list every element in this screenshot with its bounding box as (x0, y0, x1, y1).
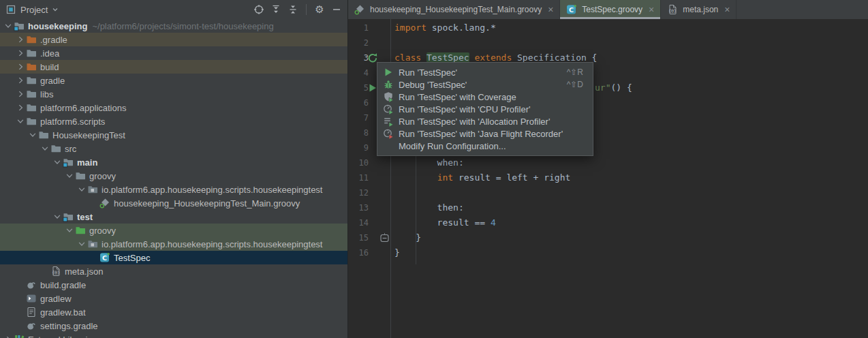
menu-item-debug-testspec[interactable]: Debug 'TestSpec'^⇧D (377, 78, 593, 91)
folder-icon (75, 170, 87, 181)
menu-item-label: Modify Run Configuration... (399, 141, 583, 151)
tree-item-label: main (77, 157, 97, 168)
tree-item-label: test (77, 212, 93, 222)
chevron-right-icon[interactable] (15, 49, 26, 57)
menu-item-run-testspec[interactable]: Run 'TestSpec'^⇧R (377, 66, 593, 78)
svg-text:C: C (102, 254, 107, 262)
tree-item-idea[interactable]: .idea (0, 46, 347, 60)
collapse-all-icon[interactable] (288, 4, 298, 15)
tree-item-gradle[interactable]: gradle (0, 74, 347, 87)
dropdown-caret-icon[interactable] (52, 4, 59, 15)
code-text: int result = left + right (384, 170, 570, 185)
chevron-right-icon[interactable] (15, 104, 26, 112)
close-tab-icon[interactable]: × (548, 5, 553, 14)
tree-item-platform6-scripts[interactable]: platform6.scripts (0, 114, 347, 128)
code-line-12[interactable]: 12 (348, 185, 868, 200)
tree-item-meta-json[interactable]: {@}meta.json (0, 264, 347, 278)
code-text: import spock.lang.* (384, 20, 496, 35)
tree-item-label: HousekeepingTest (52, 130, 125, 140)
chevron-down-icon[interactable] (52, 158, 63, 166)
tree-item-platform6-applications[interactable]: platform6.applications (0, 101, 347, 114)
menu-item-run-testspec-with-cpu-profiler[interactable]: Run 'TestSpec' with 'CPU Profiler' (377, 103, 593, 115)
chevron-right-icon[interactable] (15, 76, 26, 84)
menu-item-shortcut: ^⇧R (567, 67, 583, 77)
run-context-menu: Run 'TestSpec'^⇧RDebug 'TestSpec'^⇧DRun … (377, 62, 593, 156)
expand-all-icon[interactable] (270, 4, 281, 15)
tree-item-test[interactable]: test (0, 210, 347, 224)
hide-panel-icon[interactable] (331, 4, 342, 15)
tree-item-io-platform6-app-housekeeping-scripts-housekeepingtest[interactable]: io.platform6.app.housekeeping.scripts.ho… (0, 183, 347, 196)
code-line-2[interactable]: 2 (348, 35, 868, 50)
code-line-11[interactable]: 11 int result = left + right (348, 170, 868, 185)
chevron-right-icon[interactable] (15, 90, 26, 98)
coverage-icon (383, 91, 394, 102)
chevron-down-icon[interactable] (52, 213, 63, 221)
shell-file-icon (26, 293, 38, 304)
menu-item-label: Run 'TestSpec' with 'Java Flight Recorde… (399, 129, 583, 139)
project-path: ~/platform6/projects/simont-test/houseke… (92, 21, 273, 31)
project-panel-title[interactable]: Project (20, 5, 48, 15)
editor-tab-testspec-groovy[interactable]: CTestSpec.groovy× (560, 0, 661, 19)
close-tab-icon[interactable]: × (649, 5, 654, 14)
chevron-right-icon[interactable] (3, 335, 14, 338)
tree-item-label: housekeeping_HousekeepingTest_Main.groov… (114, 198, 300, 209)
chevron-down-icon[interactable] (40, 144, 50, 153)
tree-item-io-platform6-app-housekeeping-scripts-housekeepingtest[interactable]: io.platform6.app.housekeeping.scripts.ho… (0, 237, 347, 251)
code-line-14[interactable]: 14 result == 4 (348, 215, 868, 230)
tree-item-housekeeping-housekeepingtest-main-groovy[interactable]: housekeeping_HousekeepingTest_Main.groov… (0, 196, 347, 210)
groovy-class-icon: C (566, 4, 577, 15)
menu-item-spacer (383, 140, 394, 151)
folder-icon (26, 75, 38, 86)
chevron-down-icon[interactable] (64, 172, 75, 180)
tree-item-settings-gradle[interactable]: settings.gradle (0, 319, 347, 333)
chevron-right-icon[interactable] (15, 35, 26, 44)
tree-item-groovy[interactable]: groovy (0, 224, 347, 237)
menu-item-run-testspec-with-allocation-profiler[interactable]: Run 'TestSpec' with 'Allocation Profiler… (377, 115, 593, 127)
code-line-16[interactable]: 16} (348, 245, 868, 260)
menu-item-run-testspec-with-java-flight-recorder[interactable]: Run 'TestSpec' with 'Java Flight Recorde… (377, 127, 593, 140)
menu-item-modify-run-configuration[interactable]: Modify Run Configuration... (377, 140, 593, 152)
chevron-down-icon[interactable] (76, 240, 87, 248)
tree-item-src[interactable]: src (0, 142, 347, 155)
settings-gear-icon[interactable]: ⚙ (314, 4, 325, 15)
profiler-cpu-icon (383, 104, 394, 114)
chevron-down-icon[interactable] (27, 131, 38, 139)
tree-item-gradle[interactable]: .gradle (0, 33, 347, 46)
code-line-15[interactable]: 15 } (348, 230, 868, 245)
code-line-10[interactable]: 10 when: (348, 155, 868, 170)
code-line-1[interactable]: 1import spock.lang.* (348, 20, 868, 35)
project-tool-window: Project ⚙ housekeeping~/platform6/projec… (0, 0, 347, 338)
locate-icon[interactable] (253, 4, 264, 15)
code-text: when: (384, 155, 464, 170)
debug-icon (383, 79, 394, 90)
editor-tab-housekeeping-housekeepingtest-main-groovy[interactable]: housekeeping_HousekeepingTest_Main.groov… (348, 0, 560, 19)
tree-item-gradlew[interactable]: gradlew (0, 292, 347, 305)
folder-excluded-icon (26, 34, 38, 45)
chevron-down-icon[interactable] (76, 185, 87, 194)
code-line-13[interactable]: 13 then: (348, 200, 868, 215)
chevron-right-icon[interactable] (15, 63, 26, 71)
tree-item-housekeeping[interactable]: housekeeping~/platform6/projects/simont-… (0, 19, 347, 33)
editor-tab-meta-json[interactable]: {@}meta.json× (661, 0, 737, 19)
tree-item-housekeepingtest[interactable]: HousekeepingTest (0, 128, 347, 142)
groovy-file-icon (354, 4, 365, 15)
tree-item-groovy[interactable]: groovy (0, 169, 347, 183)
tree-item-main[interactable]: main (0, 155, 347, 169)
tree-item-gradlew-bat[interactable]: gradlew.bat (0, 305, 347, 319)
tree-item-testspec[interactable]: CTestSpec (0, 251, 347, 264)
tree-item-external-libraries[interactable]: External Libraries (0, 333, 347, 338)
chevron-down-icon[interactable] (3, 22, 14, 30)
profiler-jfr-icon (383, 128, 394, 139)
folder-test-icon (75, 225, 87, 236)
menu-item-run-testspec-with-coverage[interactable]: Run 'TestSpec' with Coverage (377, 91, 593, 103)
tree-item-build[interactable]: build (0, 60, 347, 74)
chevron-down-icon[interactable] (64, 226, 75, 234)
tree-item-build-gradle[interactable]: build.gradle (0, 278, 347, 292)
tree-item-libs[interactable]: libs (0, 87, 347, 101)
groovy-class-icon: C (99, 252, 112, 263)
chevron-down-icon[interactable] (15, 117, 26, 125)
code-text: } (384, 245, 400, 260)
library-icon (14, 334, 26, 338)
fold-region-icon[interactable] (379, 233, 390, 244)
close-tab-icon[interactable]: × (724, 5, 730, 14)
